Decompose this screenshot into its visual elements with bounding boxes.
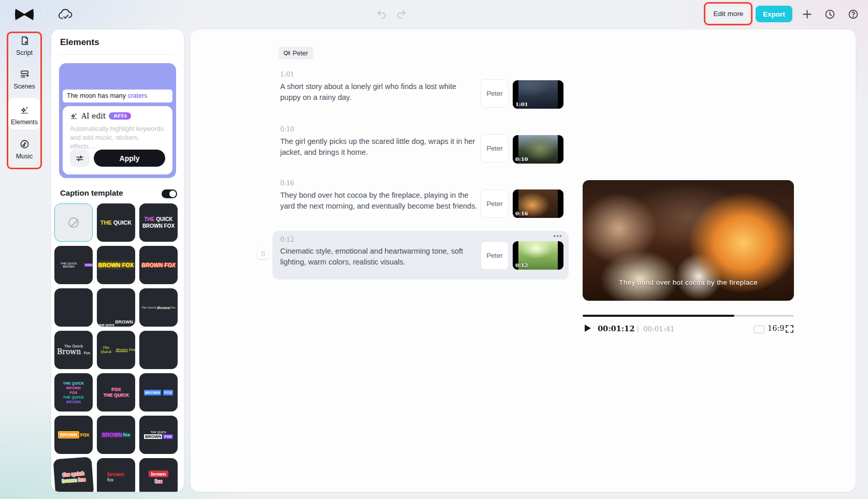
- entry-text[interactable]: The girl gently picks up the scared litt…: [280, 136, 478, 158]
- caption-template[interactable]: THE QUICKBROWNFOX: [139, 416, 178, 454]
- caption-template[interactable]: brownfox: [97, 458, 135, 492]
- scenes-icon: [20, 69, 30, 79]
- caption-template[interactable]: the quickbrown fox: [53, 457, 94, 492]
- ai-sample-text: The moon has many craters: [63, 90, 172, 102]
- thumbnail-duration-badge: 0:16: [515, 211, 528, 216]
- none-template-icon: [68, 217, 79, 228]
- sidebar-item-label: Scenes: [7, 83, 41, 90]
- caption-template-label: Caption template: [60, 188, 123, 197]
- caption-template[interactable]: THE QUICKBROWN: [97, 288, 135, 327]
- caption-template[interactable]: The QuickBrown Fox: [54, 331, 93, 369]
- voice-box[interactable]: Peter: [481, 134, 509, 163]
- total-time: 00:01:41: [643, 325, 675, 333]
- highlighted-keyword: craters: [127, 92, 147, 99]
- apply-button[interactable]: Apply: [94, 150, 165, 167]
- export-button[interactable]: Export: [756, 6, 792, 22]
- ratio-box-icon[interactable]: [754, 326, 764, 333]
- caption-template[interactable]: THEQUICK: [97, 203, 135, 242]
- topbar-divider: [48, 9, 48, 20]
- entry-duration: 0:12: [280, 236, 294, 243]
- play-icon[interactable]: [584, 324, 591, 332]
- caption-template[interactable]: BROWNFOX: [54, 416, 93, 454]
- ai-edit-description: Automatically highlight keywords and add…: [70, 125, 166, 151]
- progress-bar[interactable]: [583, 315, 794, 317]
- thumbnail-duration-badge: 1:01: [515, 101, 528, 107]
- fullscreen-icon[interactable]: [785, 325, 794, 333]
- progress-fill: [583, 315, 734, 317]
- time-separator: |: [637, 324, 639, 332]
- help-icon[interactable]: [848, 9, 859, 20]
- ai-settings-button[interactable]: [70, 150, 90, 167]
- ai-edit-inner-card: AI edit BETA Automatically highlight key…: [63, 106, 172, 174]
- caption-template[interactable]: THE QUICK BROWNFOX: [54, 246, 93, 284]
- caption-template[interactable]: BROWN FOX: [97, 246, 135, 284]
- caption-template-none[interactable]: [54, 203, 93, 242]
- ai-edit-title: AI edit: [81, 112, 106, 120]
- caption-template-toggle[interactable]: [162, 189, 177, 198]
- caption-template[interactable]: THE QUICKBROWNFOXTHE QUICKBROWN: [54, 373, 93, 412]
- entry-text[interactable]: A short story about a lonely girl who fi…: [280, 81, 478, 103]
- elements-panel: Elements The moon has many craters AI ed…: [51, 30, 184, 492]
- speaker-chip[interactable]: Peter: [279, 47, 313, 60]
- sidebar-item-script[interactable]: Script: [7, 36, 41, 56]
- sidebar-item-scenes[interactable]: Scenes: [7, 69, 41, 90]
- script-icon: [20, 36, 30, 46]
- caption-template[interactable]: BROWNfox: [97, 416, 135, 454]
- caption-template[interactable]: FOXTHE QUICK: [97, 373, 135, 412]
- caption-template[interactable]: The QuickBrownFox: [97, 331, 135, 369]
- panel-title: Elements: [60, 37, 99, 48]
- scene-thumbnail[interactable]: 0:10: [513, 135, 563, 164]
- sidebar-item-label: Music: [7, 153, 41, 160]
- entry-duration: 0:10: [280, 126, 294, 133]
- sidebar-item-label: Elements: [7, 119, 41, 126]
- entry-text[interactable]: Cinematic style, emotional and heartwarm…: [280, 246, 478, 268]
- scene-thumbnail[interactable]: 0:16: [513, 189, 563, 218]
- caption-template[interactable]: The QuickBrownFox: [139, 288, 178, 327]
- voice-box[interactable]: Peter: [481, 79, 509, 108]
- voice-box[interactable]: Peter: [481, 189, 509, 218]
- preview-caption: They bond over hot cocoa by the fireplac…: [583, 278, 794, 286]
- scene-thumbnail[interactable]: 0:12: [513, 241, 563, 270]
- caption-template[interactable]: [54, 288, 93, 327]
- caption-template[interactable]: [139, 331, 178, 369]
- settings-slider-icon: [76, 154, 84, 163]
- sidebar-item-music[interactable]: Music: [7, 139, 41, 160]
- capcut-logo[interactable]: [15, 7, 34, 22]
- drag-handle-icon[interactable]: [257, 248, 268, 259]
- music-icon: [20, 139, 30, 149]
- caption-template[interactable]: brownfox: [139, 458, 178, 492]
- entry-text[interactable]: They bond over hot cocoa by the fireplac…: [280, 190, 478, 212]
- cloud-sync-icon[interactable]: [58, 8, 74, 21]
- sidebar-item-elements[interactable]: Elements: [7, 105, 41, 126]
- caption-template[interactable]: BROWNFOX: [139, 373, 178, 412]
- sidebar-item-label: Script: [7, 49, 41, 56]
- script-canvas: Peter ••• 1:01 A short story about a lon…: [191, 30, 856, 492]
- speaker-name: Peter: [293, 50, 308, 57]
- video-preview[interactable]: They bond over hot cocoa by the fireplac…: [583, 180, 794, 301]
- caption-template[interactable]: THE QUICKBROWN FOX: [139, 203, 178, 242]
- elements-icon: [20, 105, 30, 115]
- edit-more-button[interactable]: Edit more: [707, 5, 749, 22]
- voice-box[interactable]: Peter: [481, 241, 509, 270]
- thumbnail-duration-badge: 0:10: [515, 156, 528, 162]
- undo-icon[interactable]: [376, 9, 387, 20]
- entry-duration: 1:01: [280, 71, 294, 78]
- scene-thumbnail[interactable]: 1:01: [513, 80, 563, 109]
- caption-template[interactable]: BROWN FOX: [139, 246, 178, 284]
- panel-divider: [60, 54, 175, 55]
- thumbnail-duration-badge: 0:12: [515, 262, 528, 268]
- sparkle-icon: [70, 112, 78, 120]
- current-time: 00:01:12: [598, 324, 634, 333]
- plus-icon[interactable]: [802, 9, 813, 20]
- redo-icon[interactable]: [396, 9, 407, 20]
- caption-template-grid: THEQUICK THE QUICKBROWN FOX THE QUICK BR…: [54, 203, 182, 492]
- voice-icon: [283, 50, 290, 57]
- more-icon[interactable]: •••: [553, 233, 565, 241]
- history-icon[interactable]: [824, 9, 835, 20]
- entry-duration: 0:16: [280, 180, 294, 187]
- beta-badge: BETA: [109, 112, 131, 120]
- ai-edit-card: The moon has many craters AI edit BETA A…: [59, 63, 176, 178]
- aspect-ratio-label[interactable]: 16:9: [768, 324, 785, 332]
